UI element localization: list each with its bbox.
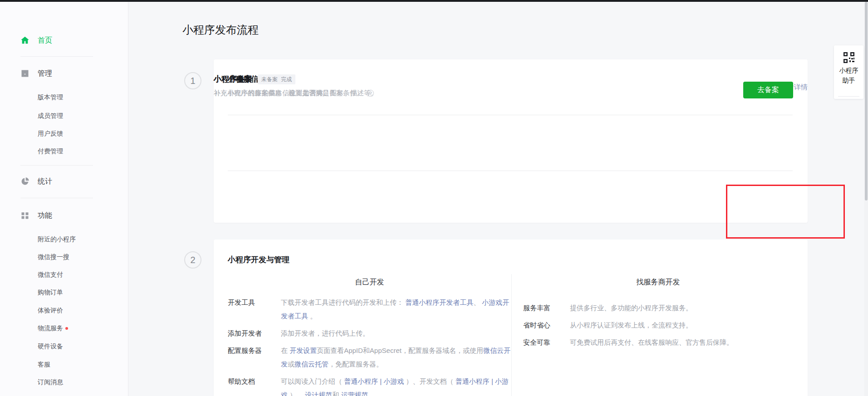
row-title: 小程序备案 [214,74,252,84]
sidebar-item-paid[interactable]: 付费管理 [38,147,63,156]
sidebar-sub-label: 版本管理 [38,93,63,102]
text-segment: 。 [308,312,317,320]
text-segment: 添加开发者，进行代码上传。 [281,329,369,337]
inline-link[interactable]: 运营规范 [341,391,368,396]
step-number-text: 1 [190,76,195,86]
dev-row-label: 配置服务器 [228,344,266,357]
dev-row: 配置服务器在 开发设置页面查看AppID和AppSecret，配置服务器域名，或… [228,344,511,371]
dev-row-text: 添加开发者，进行代码上传。 [281,327,369,340]
sidebar: 首页 管理 版本管理 成员管理 用户反馈 付费管理 统计 功能 附近的小程序 [0,2,128,396]
step-number-text: 2 [190,255,195,265]
sidebar-item-stats[interactable]: 统计 [0,176,128,187]
dev-row: 安全可靠可免费试用后再支付、在线客服响应、官方售后保障。 [523,336,793,349]
text-segment: 。 [368,391,377,396]
sidebar-item-orders[interactable]: 购物订单 [38,288,63,298]
self-develop-rows: 开发工具下载开发者工具进行代码的开发和上传： 普通小程序开发者工具、 小游戏开发… [228,296,511,396]
text-segment: 可以阅读入门介绍（ [281,377,344,385]
inline-link[interactable]: 设计规范 [305,391,332,396]
inline-link[interactable]: 普通小程序 [344,377,378,385]
dev-row: 开发工具下载开发者工具进行代码的开发和上传： 普通小程序开发者工具、 小游戏开发… [228,296,511,323]
text-segment: 从小程序认证到发布上线，全流程支持。 [570,321,692,329]
page-scrollbar[interactable] [864,2,868,396]
dev-row-text: 可免费试用后再支付、在线客服响应、官方售后保障。 [570,336,733,349]
sidebar-sub-label: 用户反馈 [38,130,63,138]
dev-row-text: 下载开发者工具进行代码的开发和上传： 普通小程序开发者工具、 小游戏开发者工具 … [281,296,511,323]
sidebar-item-features[interactable]: 功能 [0,210,128,221]
row-miniprogram-info: 小程序信息 已完成 补充小程序的基本信息，如名称、图标、描述等。 查看详情 [214,59,808,115]
sidebar-sub-label: 微信搜一搜 [38,253,69,261]
home-icon [20,35,30,45]
sidebar-divider [20,165,93,166]
dev-row: 省时省心从小程序认证到发布上线，全流程支持。 [523,318,793,332]
row-miniprogram-filing: 小程序备案 未备案 补充小程序的备案信息，检测是否满足备案条件。 ? 去备案 [228,171,793,223]
sidebar-item-home[interactable]: 首页 [0,35,128,46]
sidebar-item-nearby[interactable]: 附近的小程序 [38,235,76,244]
sidebar-item-members[interactable]: 成员管理 [38,111,63,121]
go-filing-button[interactable]: 去备案 [743,82,793,98]
window-top-edge [0,0,868,2]
inline-link[interactable]: 开发设置 [289,347,317,354]
sidebar-divider [20,198,93,198]
text-segment: 页面查看AppID和AppSecret，配置服务器域名，或使用 [317,347,483,354]
sidebar-item-label: 功能 [38,211,52,220]
sidebar-item-service[interactable]: 客服 [38,360,50,370]
sidebar-item-wepay[interactable]: 微信支付 [38,270,63,280]
step-number-2: 2 [184,251,201,269]
sidebar-sub-label: 客服 [38,361,50,369]
dev-row-label: 安全可靠 [523,336,557,349]
inline-link[interactable]: | [490,377,495,385]
text-segment: 、 [473,298,482,306]
text-segment: 提供多行业、多功能的小程序开发服务。 [570,304,692,312]
sidebar-sub-label: 硬件设备 [38,342,63,351]
dev-row-label: 添加开发者 [228,327,266,340]
card-title: 小程序开发与管理 [228,254,289,265]
sidebar-item-manage[interactable]: 管理 [0,68,128,79]
step-number-1: 1 [184,72,201,89]
grid-icon [20,210,30,220]
sidebar-sub-label: 物流服务 [38,324,63,332]
sidebar-item-reviews[interactable]: 体验评价 [38,306,63,316]
sidebar-sub-label: 体验评价 [38,307,63,315]
inline-link[interactable]: 普通小程序 [456,377,490,385]
sidebar-item-logistics[interactable]: 物流服务 [38,323,68,333]
text-segment: 和 [332,391,341,396]
dev-row-label: 开发工具 [228,296,266,309]
sidebar-item-search[interactable]: 微信搜一搜 [38,252,69,262]
column-header: 找服务商开发 [523,274,793,301]
sidebar-item-feedback[interactable]: 用户反馈 [38,129,63,139]
sidebar-item-label: 统计 [38,177,52,186]
text-segment: ）、开发文档（ [404,377,455,385]
sidebar-item-version[interactable]: 版本管理 [38,93,63,103]
inline-link[interactable]: 小游戏 [383,377,404,385]
sidebar-item-hardware[interactable]: 硬件设备 [38,342,63,352]
wechat-mp-console: 首页 管理 版本管理 成员管理 用户反馈 付费管理 统计 功能 附近的小程序 [0,0,868,396]
dev-row-label: 服务丰富 [523,301,557,315]
scrollbar-thumb[interactable] [865,2,868,200]
notification-dot [65,327,68,330]
inbox-icon [20,68,30,78]
sidebar-sub-label: 成员管理 [38,112,63,120]
inline-link[interactable]: 微信云托管 [294,360,329,368]
sidebar-item-label: 首页 [38,36,52,45]
row-miniprogram-category: 小程序类目 已完成 补充小程序的服务类目，设置主营类目 查看详情 [228,115,793,171]
text-segment: 或 [288,360,294,368]
text-segment: ，免配置服务器。 [329,360,383,368]
dev-row-text: 可以阅读入门介绍（ 普通小程序 | 小游戏 ）、开发文档（ 普通小程序 | 小游… [281,375,511,396]
column-header: 自己开发 [228,274,511,296]
help-question-icon[interactable]: ? [367,90,374,97]
row-description: 补充小程序的备案信息，检测是否满足备案条件。 [214,89,363,98]
dev-row-label: 帮助文档 [228,375,266,388]
page-title: 小程序发布流程 [182,23,259,37]
assistant-label-line2: 助手 [834,75,863,85]
sidebar-sub-label: 订阅消息 [38,378,63,386]
release-steps-card: 小程序信息 已完成 补充小程序的基本信息，如名称、图标、描述等。 查看详情 小程… [214,59,808,223]
text-segment: 下载开发者工具进行代码的开发和上传： [281,298,405,306]
sidebar-sub-label: 付费管理 [38,147,63,156]
inline-link[interactable]: | [378,377,383,385]
dev-row: 添加开发者添加开发者，进行代码上传。 [228,327,511,340]
mini-program-assistant-widget[interactable]: 小程序 助手 [834,45,863,99]
sidebar-item-subscribe[interactable]: 订阅消息 [38,377,63,387]
status-badge: 未备案 [258,74,281,84]
text-segment: ）、 [288,391,305,396]
inline-link[interactable]: 普通小程序开发者工具 [405,298,473,306]
